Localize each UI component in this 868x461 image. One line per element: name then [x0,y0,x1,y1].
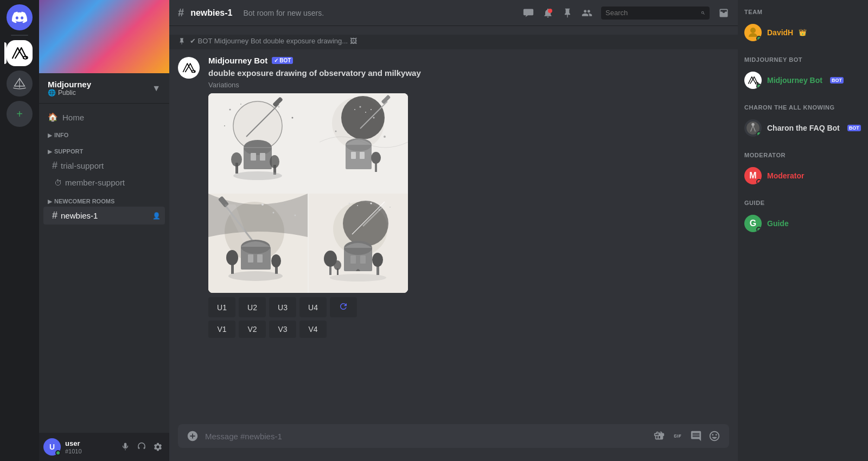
v3-button[interactable]: V3 [269,321,296,338]
inbox-button[interactable] [718,8,729,18]
message-content: Midjourney Bot ✓ BOT double exposure dra… [208,56,729,338]
svg-point-81 [330,274,386,281]
svg-rect-49 [248,254,253,262]
channel-item-trial-support[interactable]: # trial-support [43,157,165,175]
sticker-button[interactable] [690,430,702,442]
observatory-image-2 [309,93,408,193]
svg-point-24 [233,171,282,180]
emoji-button[interactable] [709,430,720,442]
pinned-message-bar[interactable]: ✔ BOT Midjourney Bot double exposure dra… [169,35,738,49]
server-public: 🌐 Public [48,89,91,97]
svg-rect-50 [257,254,263,262]
charon-section-title: CHARON THE ALL KNOWING [744,104,861,111]
panel-member-charon[interactable]: Charon the FAQ Bot BOT [744,117,861,139]
channel-description: Bot room for new users. [243,9,324,17]
svg-point-55 [261,203,264,206]
v2-button[interactable]: V2 [239,321,266,338]
main-area: # newbies-1 Bot room for new users. [169,0,738,461]
channel-section-header-newcomer[interactable]: ▶ NEWCOMER ROOMS [39,195,169,207]
svg-point-59 [228,271,283,281]
member-bot-badge: BOT [830,77,844,84]
member-name-davidh: DavidH [767,28,793,37]
server-list: + [0,0,39,461]
observatory-image-1 [208,93,308,193]
channel-item-newbies-1[interactable]: # newbies-1 👤 [43,207,165,225]
team-section: TEAM DavidH 👑 [744,9,861,43]
panel-member-davidh[interactable]: DavidH 👑 [744,22,861,43]
gift-button[interactable] [653,430,665,442]
svg-rect-14 [260,153,265,161]
member-name-midjourney-bot: Midjourney Bot [767,76,822,85]
server-icon-midjourney[interactable] [7,40,33,66]
image-grid [208,93,408,293]
channel-item-member-support[interactable]: ⏱ member-support [43,175,165,190]
svg-point-56 [273,212,275,214]
grid-cell-4 [309,194,408,293]
chevron-icon: ▶ [48,149,52,155]
channel-title: newbies-1 [190,8,232,18]
svg-rect-74 [360,255,366,264]
channel-section-header-info[interactable]: ▶ INFO [39,129,169,140]
message-input[interactable] [205,426,647,447]
member-avatar-midjourney-bot [744,72,762,89]
add-server-button[interactable]: + [7,101,33,127]
message-avatar [178,57,200,79]
message-author: Midjourney Bot [208,56,267,65]
u1-button[interactable]: U1 [208,297,235,317]
svg-point-29 [360,106,361,108]
v4-button[interactable]: V4 [299,321,327,338]
svg-point-67 [357,205,358,206]
svg-point-65 [341,207,342,208]
svg-point-86 [751,123,754,126]
gif-button[interactable] [672,430,684,442]
sidebar-item-home[interactable]: 🏠 Home [39,108,169,126]
panel-member-moderator[interactable]: M Moderator [744,165,861,187]
channel-section-support: ▶ SUPPORT # trial-support ⏱ member-suppo… [39,143,169,193]
threads-button[interactable] [523,8,534,18]
chevron-icon: ▶ [48,132,52,138]
home-icon: 🏠 [48,112,58,122]
refresh-button[interactable] [330,297,357,317]
message-input-area [169,424,738,461]
svg-point-16 [231,152,242,167]
svg-rect-0 [9,42,30,64]
server-name: Midjourney [48,80,91,89]
microphone-button[interactable] [118,440,132,454]
v1-button[interactable]: V1 [208,321,235,338]
panel-member-guide[interactable]: G Guide [744,213,861,234]
channel-section-header-support[interactable]: ▶ SUPPORT [39,145,169,157]
action-buttons-row2: V1 V2 V3 V4 [208,321,729,338]
members-button[interactable] [582,8,592,18]
online-indicator [756,84,762,89]
server-icon-boat[interactable] [7,71,33,97]
u4-button[interactable]: U4 [299,297,327,317]
svg-point-28 [354,109,355,110]
member-name-moderator: Moderator [767,171,804,180]
server-icon-discord[interactable] [7,4,33,30]
image-grid-inner [208,93,408,293]
right-panel: TEAM DavidH 👑 MIDJOURNEY BOT [738,0,868,461]
message-input-wrap [178,424,729,448]
bot-badge: ✓ BOT [272,57,293,64]
attach-button[interactable] [187,430,199,442]
u2-button[interactable]: U2 [239,297,266,317]
hash-icon: # [52,210,58,221]
svg-point-58 [295,215,296,216]
svg-rect-3 [180,59,197,76]
svg-point-41 [335,131,337,132]
svg-point-40 [371,152,381,164]
search-input[interactable] [605,9,697,17]
online-indicator [756,227,762,232]
svg-point-52 [226,250,238,265]
hash-icon: # [52,160,58,171]
headphone-button[interactable] [135,440,149,454]
u3-button[interactable]: U3 [269,297,296,317]
grid-cell-3 [208,194,308,293]
user-info: user #1010 [65,439,114,454]
user-avatar-wrap: U [43,438,61,456]
pin-button[interactable] [562,8,573,18]
server-header[interactable]: Midjourney 🌐 Public ▼ [39,73,169,104]
panel-member-midjourney-bot[interactable]: Midjourney Bot BOT [744,69,861,91]
search-box[interactable] [601,7,710,20]
settings-button[interactable] [151,440,165,454]
